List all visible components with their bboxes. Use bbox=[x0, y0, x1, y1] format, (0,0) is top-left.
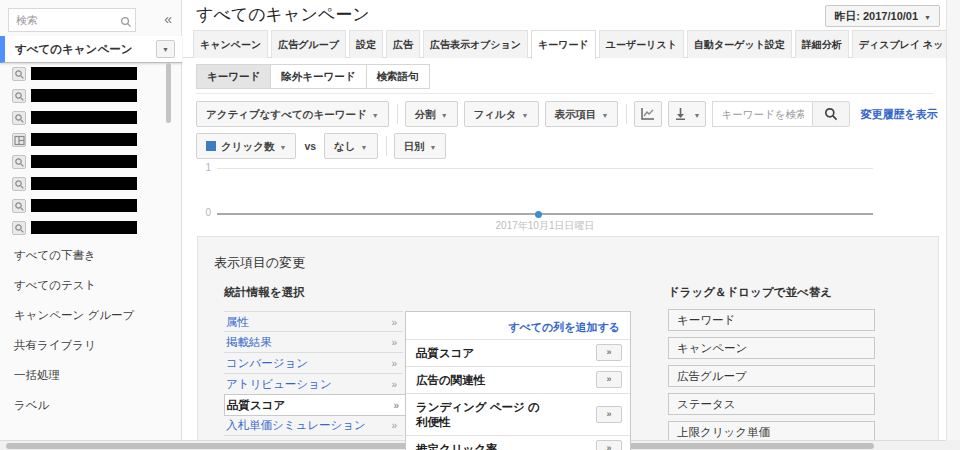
sidebar-item-all-campaigns[interactable]: すべてのキャンペーン ▼ bbox=[0, 36, 182, 63]
data-point bbox=[535, 211, 542, 218]
segment-button[interactable]: 分割▼ bbox=[405, 101, 458, 127]
add-column-button[interactable]: » bbox=[596, 371, 622, 388]
tab-keywords[interactable]: キーワード bbox=[531, 30, 596, 59]
campaign-list-item[interactable] bbox=[0, 151, 182, 173]
divider bbox=[397, 104, 398, 124]
tab-ad-groups[interactable]: 広告グループ bbox=[271, 30, 346, 58]
metric-color-swatch bbox=[206, 141, 216, 151]
x-axis-line bbox=[217, 213, 873, 215]
search-campaign-icon bbox=[12, 155, 26, 169]
sidebar-item-bulk-operations[interactable]: 一括処理 bbox=[0, 360, 182, 390]
download-button[interactable]: ▼ bbox=[668, 101, 706, 127]
all-campaigns-label: すべてのキャンペーン bbox=[15, 43, 132, 55]
tab-display-network[interactable]: ディスプレイ ネットワーク bbox=[852, 30, 960, 58]
double-arrow-icon: » bbox=[391, 332, 397, 353]
chevron-down-icon[interactable]: ▼ bbox=[156, 40, 175, 58]
chevron-down-icon: ▼ bbox=[441, 112, 448, 119]
double-arrow-icon: » bbox=[393, 395, 399, 416]
chart-period-button[interactable]: 日別▼ bbox=[394, 133, 447, 159]
campaign-list-item[interactable] bbox=[0, 195, 182, 217]
sidebar-item-shared-library[interactable]: 共有ライブラリ bbox=[0, 330, 182, 360]
performance-chart: 1 0 2017年10月1日日曜日 bbox=[197, 160, 873, 234]
vs-label: vs bbox=[304, 140, 316, 152]
available-column-row: ランディング ページ の利便性 » bbox=[406, 394, 630, 436]
chart-toggle-button[interactable] bbox=[634, 101, 662, 127]
divider bbox=[626, 104, 627, 124]
change-history-link[interactable]: 変更履歴を表示 bbox=[860, 107, 937, 122]
metric-label: クリック数 bbox=[221, 140, 274, 152]
campaign-list-item[interactable] bbox=[0, 63, 182, 85]
draggable-column-campaign[interactable]: キャンペーン bbox=[668, 337, 875, 359]
search-icon bbox=[824, 107, 838, 121]
search-campaign-icon bbox=[12, 111, 26, 125]
collapse-sidebar-button[interactable]: « bbox=[164, 11, 172, 27]
selected-columns-list: ドラッグ＆ドロップで並べ替え キーワード キャンペーン 広告グループ ステータス… bbox=[668, 285, 875, 449]
campaign-list-item[interactable] bbox=[0, 85, 182, 107]
filter-button[interactable]: フィルタ▼ bbox=[464, 101, 539, 127]
campaign-list-item[interactable] bbox=[0, 173, 182, 195]
tab-ads[interactable]: 広告 bbox=[386, 30, 420, 58]
chevron-down-icon: ▼ bbox=[430, 144, 437, 151]
date-range-button[interactable]: 昨日: 2017/10/01▼ bbox=[825, 5, 940, 27]
tab-auto-targets[interactable]: 自動ターゲット設定 bbox=[687, 30, 792, 58]
columns-button[interactable]: 表示項目▼ bbox=[545, 101, 619, 127]
campaign-list-scrollbar[interactable] bbox=[166, 63, 171, 123]
column-label: 推定クリック率 bbox=[416, 443, 498, 450]
keyword-search-button[interactable] bbox=[812, 101, 850, 127]
campaign-list-item[interactable] bbox=[0, 107, 182, 129]
available-columns-flyout: すべての列を追加する 品質スコア » 広告の関連性 » ランディング ページ の… bbox=[405, 311, 631, 450]
double-arrow-icon: » bbox=[391, 312, 397, 333]
search-campaign-icon bbox=[12, 199, 26, 213]
category-performance[interactable]: 掲載結果 » bbox=[224, 332, 403, 353]
y-axis-tick: 1 bbox=[197, 162, 211, 173]
add-all-columns-link[interactable]: すべての列を追加する bbox=[508, 321, 620, 333]
campaign-list-item[interactable] bbox=[0, 129, 182, 151]
redacted-campaign-name bbox=[31, 155, 137, 168]
keyword-search-input[interactable] bbox=[712, 101, 812, 127]
category-conversions[interactable]: コンバージョン » bbox=[224, 353, 403, 374]
category-attribution[interactable]: アトリビューション » bbox=[224, 374, 403, 395]
draggable-column-ad-group[interactable]: 広告グループ bbox=[668, 365, 875, 387]
draggable-column-keyword[interactable]: キーワード bbox=[668, 309, 875, 331]
column-label: ランディング ページ の利便性 bbox=[416, 400, 546, 430]
campaign-list bbox=[0, 63, 182, 237]
tab-dimensions[interactable]: 詳細分析 bbox=[795, 30, 849, 58]
modify-columns-panel: 表示項目の変更 統計情報を選択 属性 » 掲載結果 » コンバージョン » アト… bbox=[197, 236, 939, 450]
tab-audiences[interactable]: ユーザーリスト bbox=[599, 30, 684, 58]
chart-compare-button[interactable]: なし▼ bbox=[324, 133, 377, 159]
tab-settings[interactable]: 設定 bbox=[349, 30, 383, 58]
sidebar-item-all-experiments[interactable]: すべてのテスト bbox=[0, 270, 182, 300]
double-arrow-icon: » bbox=[391, 353, 397, 374]
sidebar-search-input[interactable] bbox=[8, 8, 136, 32]
category-quality-score[interactable]: 品質スコア » bbox=[224, 394, 405, 416]
add-column-button[interactable]: » bbox=[596, 440, 622, 450]
search-campaign-icon bbox=[12, 67, 26, 81]
subtab-negative-keywords[interactable]: 除外キーワード bbox=[270, 64, 366, 89]
main-tabbar: キャンペーン 広告グループ 設定 広告 広告表示オプション キーワード ユーザー… bbox=[183, 30, 946, 58]
campaign-list-item[interactable] bbox=[0, 217, 182, 239]
subtab-search-terms[interactable]: 検索語句 bbox=[366, 64, 430, 89]
sidebar-item-campaign-groups[interactable]: キャンペーン グループ bbox=[0, 300, 182, 330]
sidebar-item-all-drafts[interactable]: すべての下書き bbox=[0, 240, 182, 270]
download-icon bbox=[675, 108, 686, 120]
vertical-scrollbar-track[interactable] bbox=[946, 0, 960, 440]
tab-ad-extensions[interactable]: 広告表示オプション bbox=[423, 30, 528, 58]
sidebar-item-labels[interactable]: ラベル bbox=[0, 390, 182, 420]
add-column-button[interactable]: » bbox=[596, 344, 622, 361]
category-bid-simulator[interactable]: 入札単価シミュレーション » bbox=[224, 415, 403, 436]
date-range-label: 昨日: 2017/10/01 bbox=[834, 10, 918, 22]
chevron-down-icon: ▼ bbox=[693, 112, 700, 119]
add-column-button[interactable]: » bbox=[596, 406, 622, 423]
draggable-column-status[interactable]: ステータス bbox=[668, 393, 875, 415]
category-attributes[interactable]: 属性 » bbox=[224, 311, 403, 332]
redacted-campaign-name bbox=[31, 177, 137, 190]
tab-campaigns[interactable]: キャンペーン bbox=[193, 30, 268, 58]
scrollbar-corner bbox=[946, 440, 960, 450]
category-label: 品質スコア bbox=[227, 399, 285, 411]
chevron-down-icon: ▼ bbox=[924, 14, 931, 21]
available-column-row: 推定クリック率 » bbox=[406, 436, 630, 450]
subtab-keywords[interactable]: キーワード bbox=[196, 64, 271, 89]
double-arrow-icon: » bbox=[391, 374, 397, 395]
keyword-scope-button[interactable]: アクティブなすべてのキーワード▼ bbox=[196, 101, 389, 127]
chart-metric-button[interactable]: クリック数▼ bbox=[196, 133, 296, 159]
